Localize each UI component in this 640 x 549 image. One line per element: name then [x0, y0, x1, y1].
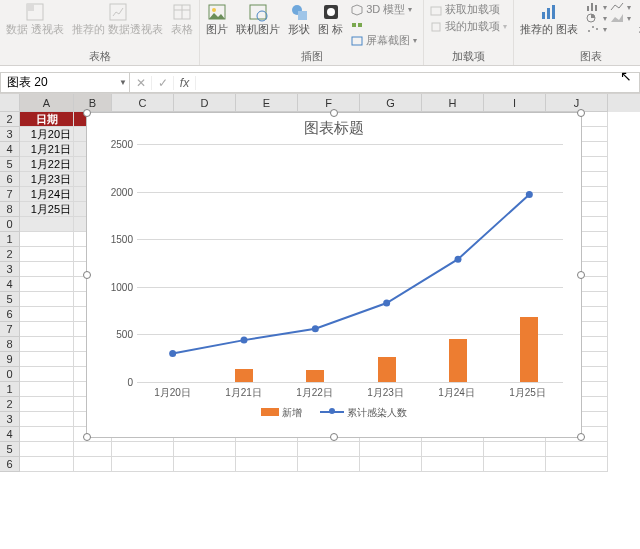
cell[interactable]: [484, 442, 546, 457]
cell[interactable]: [20, 412, 74, 427]
cell[interactable]: [484, 457, 546, 472]
row-header[interactable]: 6: [0, 457, 20, 472]
row-header[interactable]: 2: [0, 112, 20, 127]
row-header[interactable]: 3: [0, 262, 20, 277]
cell[interactable]: 1月20日: [20, 127, 74, 142]
cell[interactable]: [20, 442, 74, 457]
cell[interactable]: [20, 382, 74, 397]
cell[interactable]: [20, 232, 74, 247]
column-header[interactable]: H: [422, 94, 484, 112]
cell[interactable]: [20, 217, 74, 232]
column-header[interactable]: E: [236, 94, 298, 112]
cell[interactable]: [298, 457, 360, 472]
model3d-button[interactable]: 3D 模型▾: [351, 2, 417, 17]
plot-area[interactable]: 05001000150020002500: [137, 144, 563, 382]
get-addins-button[interactable]: 获取加载项: [430, 2, 507, 17]
screenshot-button[interactable]: 屏幕截图▾: [351, 33, 417, 48]
table-button[interactable]: 表格: [171, 2, 193, 35]
select-all-corner[interactable]: [0, 94, 20, 112]
chart-type-row1[interactable]: ▾ ▾: [586, 2, 631, 12]
row-header[interactable]: 3: [0, 127, 20, 142]
embedded-chart[interactable]: 图表标题 05001000150020002500 1月20日1月21日1月22…: [86, 112, 582, 438]
smartart-button[interactable]: SmartArt: [351, 19, 417, 31]
cell[interactable]: [20, 322, 74, 337]
cell[interactable]: 1月23日: [20, 172, 74, 187]
column-header[interactable]: B: [74, 94, 112, 112]
resize-handle[interactable]: [83, 271, 91, 279]
my-addins-button[interactable]: 我的加载项▾: [430, 19, 507, 34]
row-header[interactable]: 5: [0, 292, 20, 307]
cancel-formula-button[interactable]: ✕: [130, 76, 152, 90]
chart-legend[interactable]: 新增 累计感染人数: [87, 406, 581, 420]
chart-title[interactable]: 图表标题: [87, 113, 581, 140]
cell[interactable]: [20, 337, 74, 352]
chart-type-row2[interactable]: ▾ ▾: [586, 13, 631, 23]
cell[interactable]: [74, 457, 112, 472]
resize-handle[interactable]: [330, 109, 338, 117]
line-series[interactable]: [137, 144, 565, 382]
cell[interactable]: [360, 442, 422, 457]
row-header[interactable]: 2: [0, 247, 20, 262]
cell[interactable]: [236, 442, 298, 457]
cell[interactable]: [174, 442, 236, 457]
resize-handle[interactable]: [83, 433, 91, 441]
chevron-down-icon[interactable]: ▼: [119, 78, 127, 87]
cell[interactable]: [20, 367, 74, 382]
row-header[interactable]: 4: [0, 277, 20, 292]
column-header[interactable]: C: [112, 94, 174, 112]
column-header[interactable]: F: [298, 94, 360, 112]
cell[interactable]: [20, 247, 74, 262]
online-picture-button[interactable]: 联机图片: [236, 2, 280, 35]
resize-handle[interactable]: [577, 433, 585, 441]
cell[interactable]: [74, 442, 112, 457]
column-header[interactable]: D: [174, 94, 236, 112]
cell[interactable]: [546, 442, 608, 457]
legend-item-bar[interactable]: 新增: [261, 406, 302, 420]
row-header[interactable]: 8: [0, 202, 20, 217]
formula-input-area[interactable]: ✕ ✓ fx: [130, 72, 640, 93]
chart-type-row3[interactable]: ▾: [586, 24, 631, 34]
cell[interactable]: 1月24日: [20, 187, 74, 202]
cell[interactable]: 日期: [20, 112, 74, 127]
row-header[interactable]: 4: [0, 427, 20, 442]
shapes-button[interactable]: 形状: [288, 2, 310, 35]
resize-handle[interactable]: [577, 109, 585, 117]
row-header[interactable]: 6: [0, 172, 20, 187]
row-header[interactable]: 8: [0, 337, 20, 352]
accept-formula-button[interactable]: ✓: [152, 76, 174, 90]
cell[interactable]: [174, 457, 236, 472]
cell[interactable]: [20, 397, 74, 412]
row-header[interactable]: 3: [0, 412, 20, 427]
picture-button[interactable]: 图片: [206, 2, 228, 35]
resize-handle[interactable]: [83, 109, 91, 117]
pivot-table-button[interactable]: 数据 透视表: [6, 2, 64, 35]
cell[interactable]: [422, 457, 484, 472]
cell[interactable]: [360, 457, 422, 472]
cell[interactable]: [112, 442, 174, 457]
row-header[interactable]: 7: [0, 322, 20, 337]
cell[interactable]: [298, 442, 360, 457]
row-header[interactable]: 7: [0, 187, 20, 202]
row-header[interactable]: 1: [0, 382, 20, 397]
cell[interactable]: [20, 427, 74, 442]
cell[interactable]: 1月22日: [20, 157, 74, 172]
cell[interactable]: 1月25日: [20, 202, 74, 217]
cell[interactable]: [236, 457, 298, 472]
row-header[interactable]: 5: [0, 442, 20, 457]
cell[interactable]: [20, 277, 74, 292]
cell[interactable]: 1月21日: [20, 142, 74, 157]
cell[interactable]: [546, 457, 608, 472]
cell[interactable]: [20, 292, 74, 307]
resize-handle[interactable]: [330, 433, 338, 441]
column-header[interactable]: A: [20, 94, 74, 112]
row-header[interactable]: 4: [0, 142, 20, 157]
cell[interactable]: [20, 457, 74, 472]
recommended-pivot-button[interactable]: 推荐的 数据透视表: [72, 2, 163, 35]
fx-button[interactable]: fx: [174, 76, 196, 90]
cell[interactable]: [20, 262, 74, 277]
column-header[interactable]: I: [484, 94, 546, 112]
row-header[interactable]: 0: [0, 217, 20, 232]
icons-button[interactable]: 图 标: [318, 2, 343, 35]
cell[interactable]: [112, 457, 174, 472]
name-box[interactable]: 图表 20 ▼: [0, 72, 130, 93]
